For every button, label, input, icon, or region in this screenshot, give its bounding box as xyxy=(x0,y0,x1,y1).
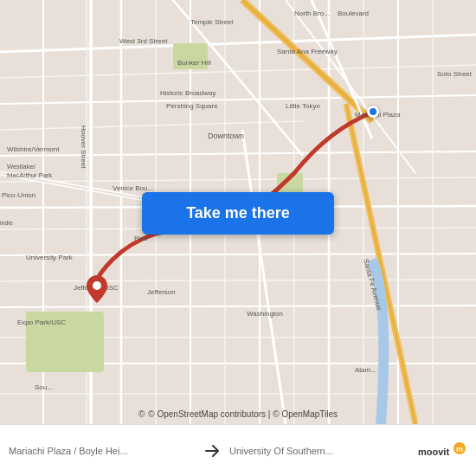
svg-text:Soto Street: Soto Street xyxy=(437,70,473,78)
svg-text:Pico-Union: Pico-Union xyxy=(2,191,35,199)
svg-text:Jefferson: Jefferson xyxy=(147,288,176,296)
svg-text:Sou...: Sou... xyxy=(35,383,53,391)
svg-text:Hoover Street: Hoover Street xyxy=(80,125,87,169)
copyright-icon: © xyxy=(138,409,145,419)
svg-text:Temple Street: Temple Street xyxy=(190,18,234,26)
svg-text:Bunker Hill: Bunker Hill xyxy=(177,59,211,67)
svg-text:Westlake/: Westlake/ xyxy=(7,163,36,170)
attribution-text: © OpenStreetMap contributors | © OpenMap… xyxy=(148,409,338,419)
svg-text:Little Tokyo: Little Tokyo xyxy=(286,102,320,110)
svg-text:Boulevard: Boulevard xyxy=(338,10,369,17)
svg-text:Historic Broadway: Historic Broadway xyxy=(160,89,215,97)
origin-pin xyxy=(87,275,107,306)
svg-text:Wilshire/Vermont: Wilshire/Vermont xyxy=(7,145,60,153)
svg-text:indie: indie xyxy=(0,220,13,226)
footer-bar: Mariachi Plaza / Boyle Hei... University… xyxy=(0,424,476,476)
map-attribution: © © OpenStreetMap contributors | © OpenM… xyxy=(0,409,476,419)
svg-text:Washington: Washington xyxy=(247,310,283,318)
svg-text:North Bro...: North Bro... xyxy=(294,10,330,17)
svg-text:Pershing Square: Pershing Square xyxy=(166,102,218,110)
destination-section: University Of Southern... xyxy=(229,446,415,456)
svg-text:Venice Bou...: Venice Bou... xyxy=(113,184,153,192)
svg-text:University Park: University Park xyxy=(26,254,74,261)
direction-arrow xyxy=(195,441,229,461)
svg-text:Downtown: Downtown xyxy=(208,132,244,140)
svg-text:Pico: Pico xyxy=(134,235,148,242)
take-me-there-button[interactable]: Take me there xyxy=(142,192,334,235)
destination-dot xyxy=(367,106,379,118)
origin-label: Mariachi Plaza / Boyle Hei... xyxy=(9,446,195,456)
destination-label: University Of Southern... xyxy=(229,446,415,456)
svg-text:Alam...: Alam... xyxy=(355,366,376,374)
svg-text:Expo Park/USC: Expo Park/USC xyxy=(17,318,66,326)
svg-text:moovit: moovit xyxy=(418,447,449,457)
button-label: Take me there xyxy=(186,204,290,222)
origin-section: Mariachi Plaza / Boyle Hei... xyxy=(9,446,195,456)
moovit-logo: moovit m xyxy=(415,438,467,464)
svg-point-70 xyxy=(93,281,101,290)
svg-text:MacArthur Park: MacArthur Park xyxy=(7,171,52,179)
map-container: Wilshire/Vermont Westlake/ MacArthur Par… xyxy=(0,0,476,424)
svg-text:Santa Ana Freeway: Santa Ana Freeway xyxy=(277,48,338,55)
svg-text:West 3rd Street: West 3rd Street xyxy=(119,37,168,45)
svg-text:m: m xyxy=(456,445,463,453)
